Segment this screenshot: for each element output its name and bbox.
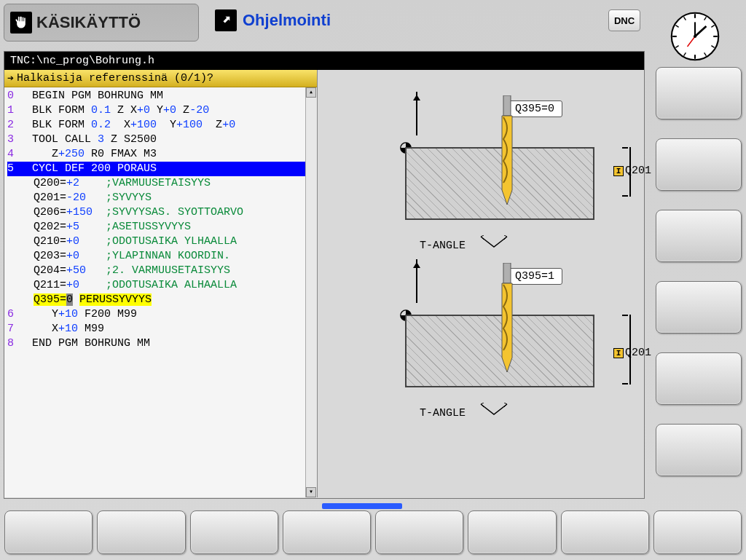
softkey-r5[interactable] xyxy=(656,352,742,405)
bottom-softkey-row xyxy=(4,510,742,556)
code-line-param[interactable]: Q210=+0 ;ODOTUSAIKA YLHAALLA xyxy=(7,234,317,249)
code-line-param[interactable]: Q211=+0 ;ODOTUSAIKA ALHAALLA xyxy=(7,278,317,293)
softkey-r6[interactable] xyxy=(656,424,742,476)
softkey-b4[interactable] xyxy=(283,510,371,554)
arrow-right-icon: ➔ xyxy=(7,71,14,85)
angle-icon xyxy=(479,235,509,248)
softkey-r3[interactable] xyxy=(656,210,742,262)
dimension-tick xyxy=(622,315,628,316)
code-line-param[interactable]: Q395=0 PERUSSYVYYS xyxy=(7,293,317,307)
softkey-b7[interactable] xyxy=(561,510,649,554)
dimension-tick xyxy=(622,195,628,197)
diagram-q395-1: Q395=1 IQ201 T-ANGLE xyxy=(383,274,616,427)
softkey-r2[interactable] xyxy=(656,138,742,191)
q201-label: IQ201 xyxy=(613,347,651,359)
softkey-b8[interactable] xyxy=(653,510,742,554)
code-line[interactable]: 4 Z+250 R0 FMAX M3 xyxy=(7,147,317,162)
code-line[interactable]: 6 Y+10 F200 M99 xyxy=(7,307,317,322)
softkey-b3[interactable] xyxy=(190,510,278,554)
svg-rect-20 xyxy=(503,263,511,283)
code-line[interactable]: 2 BLK FORM 0.2 X+100 Y+100 Z+0 xyxy=(7,118,317,133)
t-angle-label: T-ANGLE xyxy=(420,240,466,252)
softkey-b6[interactable] xyxy=(468,510,556,554)
code-line-param[interactable]: Q203=+0 ;YLAPINNAN KOORDIN. xyxy=(7,249,317,264)
file-path: TNC:\nc_prog\Bohrung.h xyxy=(4,52,644,70)
work-area: TNC:\nc_prog\Bohrung.h ➔ Halkaisija refe… xyxy=(4,51,645,499)
code-line[interactable]: 3 TOOL CALL 3 Z S2500 xyxy=(7,133,317,147)
mode-tab-manual[interactable]: KÄSIKÄYTTÖ xyxy=(4,4,199,42)
dimension-tick xyxy=(622,147,628,149)
scroll-up-icon[interactable]: ▴ xyxy=(306,87,316,98)
code-line-param[interactable]: Q201=-20 ;SYVYYS xyxy=(7,191,317,205)
scroll-down-icon[interactable]: ▾ xyxy=(306,487,316,497)
editor-scrollbar[interactable]: ▴ ▾ xyxy=(305,87,317,497)
mode-tab-programming[interactable]: Ohjelmointi xyxy=(215,4,331,31)
code-line-param[interactable]: Q202=+5 ;ASETUSSYVYYS xyxy=(7,220,317,234)
cycle-graphic-pane: Q395=0 IQ201 T-ANGLE xyxy=(318,70,644,497)
prompt-text: Halkaisija referenssinä (0/1)? xyxy=(17,72,213,84)
clock-icon xyxy=(670,11,721,62)
code-line[interactable]: 0 BEGIN PGM BOHRUNG MM xyxy=(7,89,317,103)
return-icon xyxy=(215,9,237,31)
drill-bit-icon xyxy=(496,263,518,383)
softkey-r1[interactable] xyxy=(656,67,742,119)
code-body[interactable]: 0 BEGIN PGM BOHRUNG MM1 BLK FORM 0.1 Z X… xyxy=(4,87,317,495)
code-line-param[interactable]: Q200=+2 ;VARMUUSETAISYYS xyxy=(7,176,317,191)
softkey-b1[interactable] xyxy=(4,510,93,554)
code-line-param[interactable]: Q206=+150 ;SYVYYSAS. SYOTTOARVO xyxy=(7,205,317,220)
softkey-b5[interactable] xyxy=(375,510,463,554)
prog-tab-label: Ohjelmointi xyxy=(243,11,331,30)
hand-icon xyxy=(10,12,32,33)
code-line-param[interactable]: Q204=+50 ;2. VARMUUSETAISYYS xyxy=(7,264,317,278)
t-angle-label: T-ANGLE xyxy=(420,407,466,419)
diagram-q395-0: Q395=0 IQ201 T-ANGLE xyxy=(383,106,616,259)
q201-label: IQ201 xyxy=(613,165,651,177)
softkey-b2[interactable] xyxy=(97,510,185,554)
z-axis-arrow-icon xyxy=(416,259,417,303)
nc-code-editor[interactable]: ➔ Halkaisija referenssinä (0/1)? 0 BEGIN… xyxy=(4,70,318,497)
input-prompt: ➔ Halkaisija referenssinä (0/1)? xyxy=(4,70,317,87)
code-line[interactable]: 8 END PGM BOHRUNG MM xyxy=(7,336,317,351)
progress-marker xyxy=(322,503,402,509)
angle-icon xyxy=(479,403,509,416)
drill-bit-icon xyxy=(496,95,518,216)
dimension-tick xyxy=(622,383,628,384)
svg-rect-18 xyxy=(503,95,511,116)
dnc-button[interactable]: DNC xyxy=(608,9,640,31)
softkey-r4[interactable] xyxy=(656,281,742,334)
right-softkey-column xyxy=(656,67,745,476)
code-line[interactable]: 1 BLK FORM 0.1 Z X+0 Y+0 Z-20 xyxy=(7,103,317,118)
z-axis-arrow-icon xyxy=(416,92,417,135)
svg-point-16 xyxy=(694,35,696,38)
code-line-selected[interactable]: 5 CYCL DEF 200 PORAUS xyxy=(7,162,317,176)
mode-tab-label: KÄSIKÄYTTÖ xyxy=(36,13,141,32)
code-line[interactable]: 7 X+10 M99 xyxy=(7,322,317,336)
